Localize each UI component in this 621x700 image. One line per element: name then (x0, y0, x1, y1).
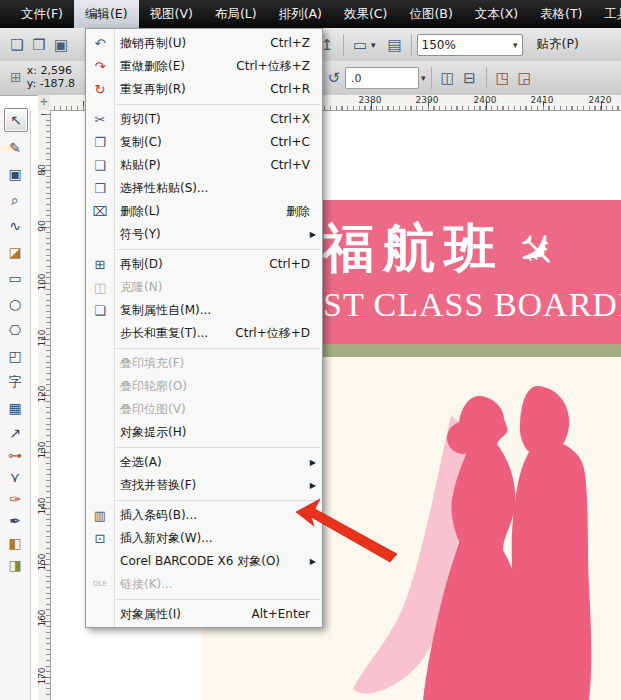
zoom-level-dropdown[interactable]: 150% ▾ (417, 34, 523, 56)
zoom-tool[interactable]: ⌕ (4, 189, 26, 211)
barcode-icon: ▥ (86, 504, 114, 527)
mirror-vertical-icon[interactable]: ⊟ (459, 69, 481, 87)
menu-effects[interactable]: 效果(C) (333, 0, 398, 28)
menu-item-label: 查找并替换(F) (114, 474, 322, 497)
menu-item-label: 链接(K)... (114, 573, 322, 596)
welcome-screen-icon[interactable]: ▤ (384, 36, 406, 54)
menu-file[interactable]: 文件(F) (10, 0, 74, 28)
ellipse-tool[interactable]: ○ (4, 293, 26, 315)
menu-item-insert-new-object[interactable]: ⊡ 插入新对象(W)... (86, 527, 322, 550)
submenu-arrow-icon: ▶ (310, 451, 316, 474)
menu-arrange[interactable]: 排列(A) (268, 0, 333, 28)
menu-item-label: 重复再制(R) (114, 78, 270, 101)
menu-bar: 文件(F) 编辑(E) 视图(V) 布局(L) 排列(A) 效果(C) 位图(B… (0, 0, 621, 28)
connector-tool[interactable]: ⊶ (4, 444, 26, 466)
chevron-down-icon[interactable]: ▾ (513, 40, 518, 50)
menu-item-label: 粘贴(P) (114, 154, 270, 177)
toolbar-separator (486, 67, 487, 89)
new-document-icon[interactable]: ❏ (6, 36, 28, 54)
snap-to-button[interactable]: 贴齐(P) (537, 36, 579, 53)
menu-view[interactable]: 视图(V) (139, 0, 204, 28)
menu-item-object-properties[interactable]: 对象属性(I) Alt+Enter (86, 603, 322, 626)
dimension-tool[interactable]: ↗ (4, 422, 26, 444)
toolbar-separator (411, 34, 412, 56)
menu-item-find-replace[interactable]: 查找并替换(F) ▶ (86, 474, 322, 497)
menu-item-copy[interactable]: ❐ 复制(C) Ctrl+C (86, 131, 322, 154)
menu-item-insert-barcode[interactable]: ▥ 插入条码(B)... (86, 504, 322, 527)
fill-tool[interactable]: ◧ (4, 532, 26, 554)
ruler-tick-label: 110 (37, 329, 47, 346)
angle-caret-icon[interactable]: ▾ (421, 73, 426, 83)
angle-input[interactable]: .0 (345, 67, 419, 89)
rectangle-tool[interactable]: ▭ (4, 267, 26, 289)
pick-tool[interactable]: ↖ (4, 108, 28, 132)
menu-item-repeat[interactable]: ↻ 重复再制(R) Ctrl+R (86, 78, 322, 101)
menu-item-corel-barcode-object[interactable]: Corel BARCODE X6 对象(O) ▶ (86, 550, 322, 573)
outline-pen-tool[interactable]: ✒ (4, 510, 26, 532)
text-tool[interactable]: 字 (4, 371, 26, 393)
y-label: y: (27, 77, 36, 90)
interactive-fill-tool[interactable]: ◨ (4, 554, 26, 576)
menu-item-cut[interactable]: ✂ 剪切(T) Ctrl+X (86, 108, 322, 131)
shape-tool[interactable]: ✎ (4, 137, 26, 159)
banner-title-text: 福航班 (322, 214, 505, 284)
position-values: x: 2,596 y: -187.8 (27, 64, 75, 90)
eyedropper-tool[interactable]: ✑ (4, 488, 26, 510)
menu-item-object-hinting[interactable]: 对象提示(H) (86, 421, 322, 444)
ruler-tick-label: 100 (37, 273, 47, 290)
menu-item-clone: ◫ 克隆(N) (86, 276, 322, 299)
menu-item-delete[interactable]: ⌧ 删除(L) 删除 (86, 200, 322, 223)
menu-item-select-all[interactable]: 全选(A) ▶ (86, 451, 322, 474)
order-icon[interactable]: ◲ (514, 69, 536, 87)
app-launcher-caret-icon[interactable]: ▾ (371, 40, 376, 50)
menu-item-redo[interactable]: ↷ 重做删除(E) Ctrl+位移+Z (86, 55, 322, 78)
polygon-tool[interactable]: ⎔ (4, 319, 26, 341)
open-folder-icon[interactable]: ❒ (28, 36, 50, 54)
menu-item-label: 全选(A) (114, 451, 322, 474)
menu-item-copy-properties[interactable]: ❏ 复制属性自(M)... (86, 299, 322, 322)
blend-tool[interactable]: ⋎ (4, 466, 26, 488)
vertical-ruler[interactable]: 80 90 100 110 120 130 140 150 160 170 (38, 110, 51, 700)
duplicate-icon: ⊞ (86, 253, 114, 276)
menu-item-step-and-repeat[interactable]: 步长和重复(T)... Ctrl+位移+D (86, 322, 322, 345)
wrap-text-icon[interactable]: ◳ (492, 69, 514, 87)
zoom-level-value: 150% (422, 38, 456, 52)
menu-separator (116, 447, 320, 448)
menu-text[interactable]: 文本(X) (464, 0, 529, 28)
menu-item-shortcut: Ctrl+D (269, 253, 322, 276)
app-launcher-icon[interactable]: ▭ (349, 36, 371, 54)
menu-bitmaps[interactable]: 位图(B) (398, 0, 463, 28)
menu-item-label: 复制属性自(M)... (114, 299, 322, 322)
object-position-readout: ⊞ x: 2,596 y: -187.8 (10, 64, 75, 90)
ruler-tick-label: 170 (37, 667, 47, 684)
menu-layout[interactable]: 布局(L) (204, 0, 268, 28)
rotate-icon[interactable]: ↺ (323, 69, 345, 87)
redo-icon: ↷ (86, 55, 114, 78)
red-annotation-arrow (293, 495, 403, 565)
freehand-tool[interactable]: ∿ (4, 215, 26, 237)
scissors-icon: ✂ (86, 108, 114, 131)
table-tool[interactable]: ▦ (4, 397, 26, 419)
menu-item-paste[interactable]: ❑ 粘贴(P) Ctrl+V (86, 154, 322, 177)
ruler-tick-label: 2420 (589, 95, 612, 105)
smart-fill-tool[interactable]: ◪ (4, 241, 26, 263)
menu-table[interactable]: 表格(T) (529, 0, 593, 28)
menu-item-label: 对象属性(I) (114, 603, 251, 626)
crop-tool[interactable]: ▣ (4, 163, 26, 185)
menu-item-undo[interactable]: ↶ 撤销再制(U) Ctrl+Z (86, 32, 322, 55)
menu-item-label: 克隆(N) (114, 276, 322, 299)
menu-item-overprint-bitmap: 叠印位图(V) (86, 398, 322, 421)
menu-item-duplicate[interactable]: ⊞ 再制(D) Ctrl+D (86, 253, 322, 276)
menu-edit[interactable]: 编辑(E) (74, 0, 139, 28)
mirror-horizontal-icon[interactable]: ◫ (437, 69, 459, 87)
basic-shapes-tool[interactable]: ◰ (4, 345, 26, 367)
menu-item-symbol[interactable]: 符号(Y) ▶ (86, 223, 322, 246)
menu-tools[interactable]: 工具(O) (594, 0, 621, 28)
menu-item-paste-special[interactable]: ❒ 选择性粘贴(S)... (86, 177, 322, 200)
save-icon[interactable]: ▣ (50, 36, 72, 54)
submenu-arrow-icon: ▶ (310, 223, 316, 246)
ruler-tick-label: 90 (37, 220, 47, 231)
menu-item-overprint-fill: 叠印填充(F) (86, 352, 322, 375)
menu-item-label: 叠印位图(V) (114, 398, 322, 421)
menu-item-shortcut: Ctrl+X (270, 108, 322, 131)
